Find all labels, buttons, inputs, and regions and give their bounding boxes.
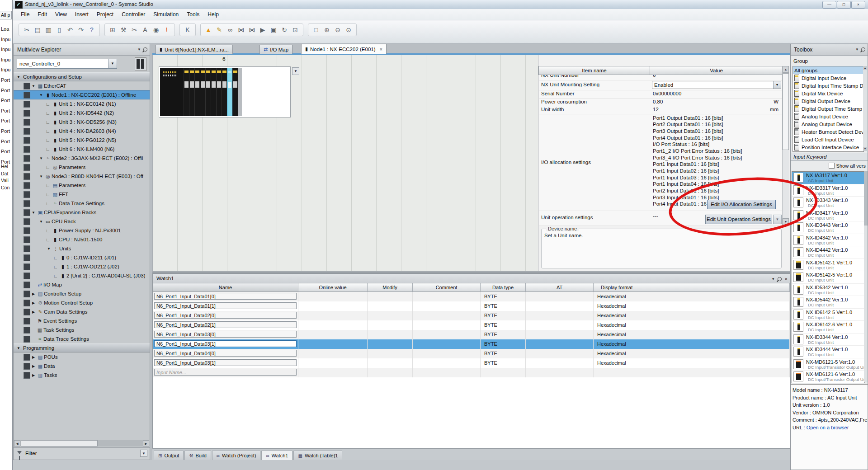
bottom-tab-watch-project-[interactable]: ∞Watch (Project) [212,451,261,460]
menu-controller[interactable]: Controller [118,10,149,19]
group-item-digital-input-time-stamp-dev[interactable]: Digital Input Time Stamp Dev [793,82,863,89]
find-icon[interactable]: ◉ [151,25,160,34]
edit-pencil-icon[interactable]: ✎ [215,25,224,34]
watch-name-field[interactable]: N6_Port1_Input_Data02[1] [154,321,297,328]
watch-row[interactable]: N6_Port1_Input_Data03[1]BYTEHexadecimal [153,358,790,368]
help-icon[interactable]: ? [87,25,96,34]
trim-icon[interactable]: ✂ [130,25,139,34]
tree-item-unit-3-nx-od5256-n3-[interactable]: ∟▮Unit 3 : NX-OD5256 (N3) [14,118,150,127]
copy-icon[interactable]: ▤ [33,25,42,34]
watch-name-field[interactable]: N6_Port1_Input_Data03[1] [154,340,297,347]
tree-item-cam-data-settings[interactable]: ▶✎Cam Data Settings [14,307,150,316]
settings-vertical-scrollbar[interactable]: ▲ ▼ [782,66,789,225]
tab-i-o-map[interactable]: ⇄I/O Map [259,45,292,54]
watch-name-field[interactable]: N6_Port1_Input_Data03[1] [154,359,297,366]
unit-item-nx-id4442-ver-1-0[interactable]: NX-ID4442 Ver:1.0DC Input Unit [792,246,864,259]
unit-item-nx-md6121-5-ver-1-0[interactable]: NX-MD6121-5 Ver:1.0DC Input/Transistor O… [792,358,864,371]
maximize-button[interactable]: □ [837,1,851,9]
unit-item-nx-id6142-6-ver-1-0[interactable]: NX-ID6142-6 Ver:1.0DC Input Unit [792,321,864,334]
watch-column-comment[interactable]: Comment [413,283,481,292]
group-item-digital-output-time-stamp-d[interactable]: Digital Output Time Stamp D [793,105,863,113]
watch-name-field[interactable]: N6_Port1_Input_Data04[0] [154,350,297,357]
tree-item-motion-control-setup[interactable]: ▶⚙Motion Control Setup [14,298,150,307]
delete-icon[interactable]: ▯ [55,25,64,34]
watch-column-online-value[interactable]: Online value [298,283,368,292]
rack-dropdown-button[interactable]: ▼ [292,67,299,75]
scroll-up-icon[interactable]: ▲ [783,66,789,73]
group-item-load-cell-input-device[interactable]: Load Cell Input Device [793,136,863,143]
pin-icon[interactable] [142,47,148,52]
pin-icon[interactable] [777,276,783,282]
tree-item-tasks[interactable]: ▶▥Tasks [14,371,150,380]
watch-name-field[interactable]: N6_Port1_Input_Data02[0] [154,312,297,319]
chevron-down-icon[interactable]: ▼ [773,215,782,224]
menu-file[interactable]: File [17,10,33,19]
watch-column-display-format[interactable]: Display format [594,283,790,292]
watch-row[interactable]: N6_Port1_Input_Data04[0]BYTEHexadecimal [153,349,790,358]
tree-item-data[interactable]: ▶▦Data [14,362,150,371]
watch-name-field[interactable]: Input Name... [154,369,297,376]
watch-column-name[interactable]: Name [153,283,298,292]
unit-item-nx-id3417-ver-1-0[interactable]: NX-ID3417 Ver:1.0DC Input Unit [792,209,864,222]
scrollbar-thumb[interactable] [864,171,868,226]
watch-column-modify[interactable]: Modify [368,283,413,292]
scroll-right-icon[interactable]: ▶ [143,440,149,446]
tree-item-1-cj1w-od212-j02-[interactable]: ∟▮1 : CJ1W-OD212 (J02) [14,262,150,271]
controller-rack-icon[interactable] [135,57,146,71]
tab-unit-6-node1-nx-ilm-ra-[interactable]: ▮Unit 6[Node1]:NX-ILM...ra... [156,45,233,54]
watch-glasses-icon[interactable]: ∞ [226,25,235,34]
tree-item-cpu-rack[interactable]: ▼▭CPU Rack [14,217,150,226]
menu-edit[interactable]: Edit [33,10,51,19]
tree-item-node1-nx-ecc202-e001-offline[interactable]: ▼▮Node1 : NX-ECC202 (E001) : Offline [14,90,150,99]
scroll-left-icon[interactable]: ◀ [14,440,20,446]
watch-row[interactable]: N6_Port1_Input_Data03[0]BYTEHexadecimal [153,330,790,339]
tree-item-0-cj1w-id211-j01-[interactable]: ∟▮0 : CJ1W-ID211 (J01) [14,253,150,262]
tree-item-unit-1-nx-ec0142-n1-[interactable]: ∟▮Unit 1 : NX-EC0142 (N1) [14,99,150,108]
watch-name-field[interactable]: N6_Port1_Input_Data01[1] [154,302,297,309]
bottom-tab-build[interactable]: ⚒Build [184,451,211,460]
unit-item-nx-id3344-ver-1-0[interactable]: NX-ID3344 Ver:1.0DC Input Unit [792,334,864,346]
unit-item-nx-ia3117-ver-1-0[interactable]: NX-IA3117 Ver:1.0AC Input Unit [792,172,864,184]
background-window-tab[interactable]: All p [0,11,12,19]
windows-icon[interactable]: ⊡ [291,25,300,34]
tree-item-unit-5-nx-pg0122-n5-[interactable]: ∟▮Unit 5 : NX-PG0122 (N5) [14,136,150,145]
build-check-icon[interactable]: ▲ [204,25,213,34]
menu-simulation[interactable]: Simulation [149,10,183,19]
tree-item-controller-setup[interactable]: ▶▤Controller Setup [14,289,150,298]
pin-icon[interactable] [860,47,866,52]
tree-item-node3-r88d-kn04h-ect-e003-off[interactable]: ▼◎Node3 : R88D-KN04H-ECT (E003) : Off [14,172,150,181]
unit-item-nx-id5342-ver-1-0[interactable]: NX-ID5342 Ver:1.0DC Input Unit [792,284,864,296]
undo-icon[interactable]: ↶ [66,25,75,34]
explorer-horizontal-scrollbar[interactable]: ◀ ▶ [14,440,149,446]
paste-icon[interactable]: ▥ [44,25,53,34]
device-rack-image[interactable] [159,66,291,118]
unit-item-nx-id5142-5-ver-1-0[interactable]: NX-ID5142-5 Ver:1.0DC Input Unit [792,271,864,284]
scroll-down-icon[interactable]: ▼ [783,218,789,225]
tree-item-unit-6-nx-ilm400-n6-[interactable]: ∟▮Unit 6 : NX-ILM400 (N6) [14,145,150,154]
chevron-down-icon[interactable]: ▼ [108,59,117,68]
bottom-tab-output[interactable]: ⊞Output [154,451,184,460]
group-item-digital-mix-device[interactable]: Digital Mix Device [793,89,863,97]
scrollbar-thumb[interactable] [783,73,789,150]
group-item-position-interface-device[interactable]: Position Interface Device [793,143,863,151]
unit-item-nx-id6142-5-ver-1-0[interactable]: NX-ID6142-5 Ver:1.0DC Input Unit [792,309,864,321]
group-item-digital-output-device[interactable]: Digital Output Device [793,97,863,105]
tree-item-unit-2-nx-id5442-n2-[interactable]: ∟▮Unit 2 : NX-ID5442 (N2) [14,108,150,118]
menu-insert[interactable]: Insert [71,10,93,19]
chevron-down-icon[interactable]: ▼ [773,81,781,89]
tree-item-cpu-nj501-1500[interactable]: ∟▮CPU : NJ501-1500 [14,235,150,244]
unit-item-nx-id3343-ver-1-0[interactable]: NX-ID3343 Ver:1.0DC Input Unit [792,197,864,209]
group-item-digital-input-device[interactable]: Digital Input Device [793,74,863,82]
chevron-down-icon[interactable]: ▾ [772,277,774,281]
tree-item-fft[interactable]: ∟▧FFT [14,190,150,199]
redo-icon[interactable]: ↷ [76,25,85,34]
unit-item-nx-id3443-ver-1-0[interactable]: NX-ID3443 Ver:1.0DC Input Unit [792,221,864,234]
tools-icon[interactable]: ⚒ [119,25,128,34]
minimize-button[interactable]: — [822,1,836,9]
unit-item-nx-id3317-ver-1-0[interactable]: NX-ID3317 Ver:1.0DC Input Unit [792,184,864,197]
watch-row[interactable]: N6_Port1_Input_Data01[0]BYTEHexadecimal [153,292,790,301]
menu-tools[interactable]: Tools [183,10,203,19]
alarm-icon[interactable]: ! [162,25,171,34]
group-item-all-groups[interactable]: All groups [793,66,863,74]
tree-item-parameters[interactable]: ∟▤Parameters [14,181,150,190]
